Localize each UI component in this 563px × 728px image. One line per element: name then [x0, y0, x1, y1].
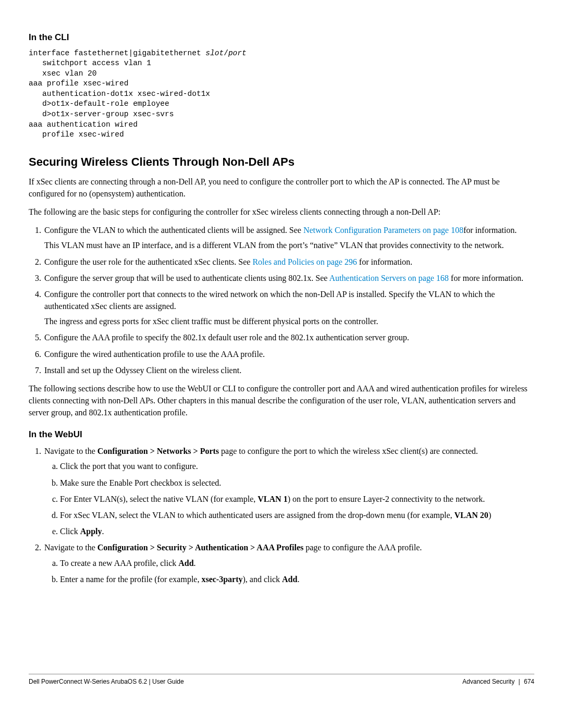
- numbered-list: Configure the VLAN to which the authenti…: [43, 224, 534, 376]
- list-text: for more information.: [449, 274, 523, 282]
- list-text: .: [102, 527, 104, 536]
- code-text: interface fastethernet|gigabitethernet: [29, 49, 205, 57]
- list-text: .: [297, 575, 299, 584]
- list-item: Configure the AAA profile to specify the…: [43, 331, 534, 343]
- list-text: Configure the wired authentication profi…: [44, 350, 265, 359]
- footer-product: Dell PowerConnect W-Series ArubaOS 6.2: [29, 678, 147, 685]
- bold-text: Add: [282, 575, 297, 584]
- footer-doc-type: User Guide: [152, 678, 184, 685]
- list-text: To create a new AAA profile, click: [60, 559, 178, 567]
- numbered-list: Navigate to the Configuration > Networks…: [43, 445, 534, 585]
- list-item: Click Apply.: [60, 525, 534, 537]
- code-text: /: [224, 49, 228, 57]
- heading-in-the-webui: In the WebUI: [29, 428, 534, 441]
- list-text: ): [488, 511, 491, 520]
- list-text: ), and click: [243, 575, 283, 584]
- heading-securing-wireless-clients: Securing Wireless Clients Through Non-De…: [29, 154, 534, 170]
- bold-text: VLAN 1: [258, 495, 287, 503]
- list-item: To create a new AAA profile, click Add.: [60, 557, 534, 569]
- list-item: Install and set up the Odyssey Client on…: [43, 364, 534, 376]
- list-text: Enter a name for the profile (for exampl…: [60, 575, 201, 584]
- bold-text: xsec-3party: [201, 575, 242, 584]
- list-text: Click: [60, 527, 80, 536]
- list-text: page to configure the AAA profile.: [303, 543, 422, 552]
- list-item: Navigate to the Configuration > Networks…: [43, 445, 534, 537]
- list-text: For xSec VLAN, select the VLAN to which …: [60, 511, 455, 520]
- list-item: For Enter VLAN(s), select the native VLA…: [60, 493, 534, 505]
- code-arg: slot: [205, 49, 224, 57]
- list-text: Navigate to the: [44, 447, 97, 455]
- list-text: For Enter VLAN(s), select the native VLA…: [60, 495, 258, 503]
- list-text: page to configure the port to which the …: [219, 447, 478, 455]
- list-sub-paragraph: The ingress and egress ports for xSec cl…: [44, 315, 534, 327]
- list-item: Configure the controller port that conne…: [43, 288, 534, 328]
- lettered-list: To create a new AAA profile, click Add. …: [60, 557, 534, 585]
- footer-left: Dell PowerConnect W-Series ArubaOS 6.2 |…: [29, 677, 184, 686]
- list-text: Configure the controller port that conne…: [44, 290, 495, 311]
- link-network-config-params[interactable]: Network Configuration Parameters on page…: [303, 226, 463, 235]
- list-item: Configure the wired authentication profi…: [43, 348, 534, 360]
- list-text: Navigate to the: [44, 543, 97, 552]
- list-text: Configure the user role for the authenti…: [44, 257, 252, 266]
- bold-text: VLAN 20: [455, 511, 488, 520]
- bold-text: Apply: [80, 527, 102, 536]
- link-authentication-servers[interactable]: Authentication Servers on page 168: [329, 274, 449, 282]
- code-text: switchport access vlan 1 xsec vlan 20 aa…: [29, 59, 210, 139]
- body-paragraph: If xSec clients are connecting through a…: [29, 176, 534, 200]
- footer-page-number: 674: [524, 678, 534, 685]
- list-item: Configure the VLAN to which the authenti…: [43, 224, 534, 251]
- list-text: .: [194, 559, 196, 567]
- bold-path: Configuration > Security > Authenticatio…: [97, 543, 304, 552]
- footer-section: Advanced Security: [462, 678, 515, 685]
- cli-code-block: interface fastethernet|gigabitethernet s…: [29, 48, 534, 140]
- link-roles-and-policies[interactable]: Roles and Policies on page 296: [252, 257, 357, 266]
- footer-sep: |: [147, 678, 152, 685]
- list-text: Install and set up the Odyssey Client on…: [44, 366, 241, 375]
- list-sub-paragraph: This VLAN must have an IP interface, and…: [44, 239, 534, 251]
- bold-text: Add: [178, 559, 193, 567]
- list-item: Configure the server group that will be …: [43, 272, 534, 284]
- list-text: Configure the VLAN to which the authenti…: [44, 226, 303, 235]
- list-item: Click the port that you want to configur…: [60, 460, 534, 472]
- list-text: Configure the server group that will be …: [44, 274, 329, 282]
- list-text: for information.: [357, 257, 412, 266]
- code-arg: port: [228, 49, 247, 57]
- footer-right: Advanced Security | 674: [462, 677, 534, 686]
- list-text: for information.: [463, 226, 517, 235]
- body-paragraph: The following are the basic steps for co…: [29, 206, 534, 218]
- heading-in-the-cli: In the CLI: [29, 31, 534, 44]
- lettered-list: Click the port that you want to configur…: [60, 460, 534, 537]
- list-item: Navigate to the Configuration > Security…: [43, 541, 534, 585]
- footer-sep: |: [519, 678, 520, 685]
- list-text: Click the port that you want to configur…: [60, 462, 198, 471]
- list-item: Configure the user role for the authenti…: [43, 256, 534, 268]
- list-item: For xSec VLAN, select the VLAN to which …: [60, 509, 534, 521]
- page-footer: Dell PowerConnect W-Series ArubaOS 6.2 |…: [29, 674, 534, 686]
- list-text: Configure the AAA profile to specify the…: [44, 333, 409, 342]
- bold-path: Configuration > Networks > Ports: [97, 447, 219, 455]
- body-paragraph: The following sections describe how to u…: [29, 382, 534, 419]
- list-item: Make sure the Enable Port checkbox is se…: [60, 477, 534, 489]
- list-item: Enter a name for the profile (for exampl…: [60, 573, 534, 585]
- list-text: Make sure the Enable Port checkbox is se…: [60, 478, 221, 487]
- list-text: ) on the port to ensure Layer-2 connecti…: [288, 495, 485, 503]
